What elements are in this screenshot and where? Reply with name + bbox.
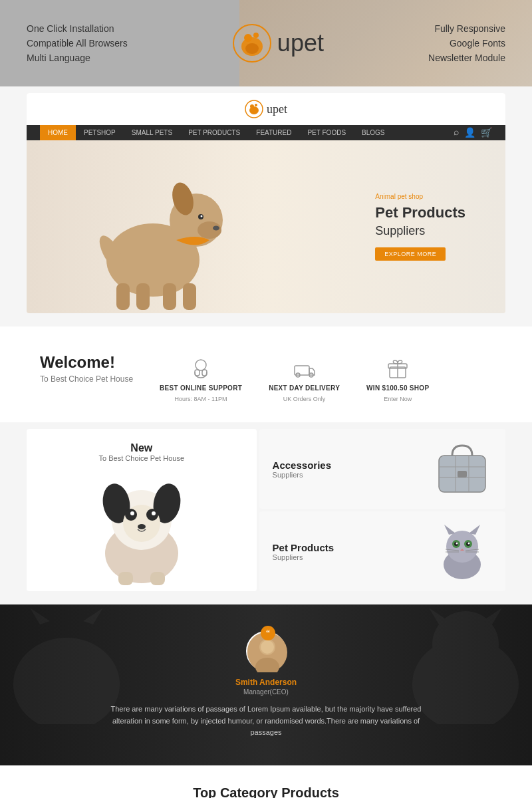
svg-marker-71 <box>482 608 502 624</box>
svg-rect-15 <box>163 283 176 310</box>
dog-illustration <box>66 154 239 313</box>
pet-products-text: Pet Products Suppliers <box>273 542 334 561</box>
logo-text: upet <box>277 29 324 57</box>
nav-small-pets[interactable]: SMALL PETS <box>124 125 180 140</box>
nav-featured[interactable]: FEATURED <box>248 125 299 140</box>
feature-support: BEST ONLINE SUPPORT Hours: 8AM - 11PM <box>160 356 242 402</box>
product-left-card[interactable]: New To Best Choice Pet House <box>27 429 257 591</box>
nav-petshop[interactable]: PETSHOP <box>76 125 124 140</box>
svg-point-11 <box>198 221 221 239</box>
logo-icon <box>232 23 272 63</box>
banner-right: Fully Responsive Google Fonts Newsletter… <box>428 23 505 63</box>
nav-pet-products[interactable]: PET PRODUCTS <box>180 125 248 140</box>
feature-delivery-region: UK Orders Only <box>283 396 326 402</box>
nav-blogs[interactable]: BLOGS <box>354 125 392 140</box>
feature-support-hours: Hours: 8AM - 11PM <box>175 396 227 402</box>
welcome-title: Welcome! <box>40 353 133 372</box>
hero-header: upet <box>27 93 505 125</box>
category-section: Top Category Products CASES PETSPORT PET… <box>0 765 532 798</box>
carrier-illustration <box>432 439 492 499</box>
hero-content: Animal pet shop Pet Products Suppliers E… <box>27 140 505 313</box>
search-icon[interactable]: ⌕ <box>454 127 459 138</box>
product-left-sub: To Best Choice Pet House <box>99 454 184 462</box>
svg-rect-13 <box>116 283 130 310</box>
svg-point-3 <box>253 33 259 38</box>
banner-feature-5: Google Fonts <box>428 38 505 49</box>
banner-feature-3: Multi Language <box>27 53 128 63</box>
feature-delivery: NEXT DAY DELIVERY UK Orders Only <box>269 356 340 402</box>
hero-text-block: Animal pet shop Pet Products Suppliers E… <box>375 193 466 261</box>
nav-home[interactable]: HOME <box>40 125 76 140</box>
svg-rect-14 <box>136 283 150 310</box>
svg-marker-67 <box>83 608 103 624</box>
user-icon[interactable]: 👤 <box>464 127 475 138</box>
product-grid: New To Best Choice Pet House <box>27 429 505 591</box>
cat-illustration <box>432 521 492 581</box>
svg-marker-70 <box>429 608 449 624</box>
hero-frame: upet HOME PETSHOP SMALL PETS PET PRODUCT… <box>27 93 505 313</box>
pet-products-card[interactable]: Pet Products Suppliers <box>259 511 505 591</box>
svg-marker-52 <box>469 525 480 535</box>
svg-point-50 <box>446 531 478 563</box>
svg-point-2 <box>244 34 252 42</box>
feature-win-cta: Enter Now <box>384 396 412 402</box>
feature-delivery-label: NEXT DAY DELIVERY <box>269 384 340 392</box>
testimonial-name: Smith Anderson <box>40 678 492 687</box>
gift-icon <box>386 356 410 380</box>
testimonial-avatar-wrapper: “ <box>40 631 492 671</box>
hero-nav-icons: ⌕ 👤 🛒 <box>454 127 492 138</box>
svg-point-8 <box>255 104 257 106</box>
svg-rect-48 <box>458 471 467 477</box>
banner-feature-2: Compatible All Browsers <box>27 38 128 49</box>
welcome-subtitle: To Best Choice Pet House <box>40 374 133 384</box>
hero-logo-icon <box>245 100 263 118</box>
feature-support-label: BEST ONLINE SUPPORT <box>160 384 242 392</box>
banner-feature-4: Fully Responsive <box>428 23 505 34</box>
accessories-text: Accessories Suppliers <box>273 460 331 479</box>
quote-icon: “ <box>261 626 275 640</box>
product-left-title: New <box>99 442 184 454</box>
testimonial-content: “ Smith Anderson Manager(CEO) There are … <box>40 631 492 739</box>
product-grid-section: New To Best Choice Pet House <box>0 422 532 604</box>
hero-logo: upet <box>245 100 287 118</box>
svg-point-57 <box>456 543 458 545</box>
svg-point-7 <box>250 104 254 108</box>
banner-feature-6: Newsletter Module <box>428 53 505 63</box>
svg-point-58 <box>468 543 470 545</box>
explore-button[interactable]: EXPLORE MORE <box>375 247 446 261</box>
svg-point-20 <box>213 226 219 231</box>
hero-subtitle: Animal pet shop <box>375 193 466 200</box>
hero-section: upet HOME PETSHOP SMALL PETS PET PRODUCT… <box>0 86 532 327</box>
product-left-text: New To Best Choice Pet House <box>99 442 184 462</box>
svg-point-21 <box>196 360 206 370</box>
svg-point-39 <box>138 524 146 529</box>
hero-title: Pet Products Suppliers <box>375 204 466 239</box>
welcome-section: Welcome! To Best Choice Pet House BEST O… <box>0 327 532 422</box>
svg-rect-40 <box>118 572 133 585</box>
hero-logo-text: upet <box>267 102 287 116</box>
svg-marker-66 <box>30 608 50 624</box>
feature-win-label: WIN $100.50 SHOP <box>366 384 429 392</box>
testimonial-role: Manager(CEO) <box>40 688 492 696</box>
banner-feature-1: One Click Installation <box>27 23 128 34</box>
cart-icon[interactable]: 🛒 <box>481 127 492 138</box>
headset-icon <box>189 356 213 380</box>
svg-point-4 <box>245 43 259 54</box>
svg-point-19 <box>201 215 203 217</box>
product-right-cards: Accessories Suppliers <box>259 429 505 591</box>
svg-rect-16 <box>183 283 196 310</box>
welcome-features: BEST ONLINE SUPPORT Hours: 8AM - 11PM NE… <box>160 353 492 402</box>
delivery-icon <box>293 356 317 380</box>
hero-nav: HOME PETSHOP SMALL PETS PET PRODUCTS FEA… <box>27 125 505 140</box>
nav-pet-foods[interactable]: PET FOODS <box>299 125 354 140</box>
banner-center: upet <box>232 23 324 63</box>
puppy-illustration <box>82 467 201 587</box>
svg-point-38 <box>152 511 156 515</box>
svg-point-75 <box>261 640 274 654</box>
svg-marker-51 <box>444 525 456 535</box>
welcome-text: Welcome! To Best Choice Pet House <box>40 353 133 384</box>
svg-rect-41 <box>150 572 165 585</box>
banner-left: One Click Installation Compatible All Br… <box>27 23 128 63</box>
logo[interactable]: upet <box>232 23 324 63</box>
accessories-card[interactable]: Accessories Suppliers <box>259 429 505 509</box>
